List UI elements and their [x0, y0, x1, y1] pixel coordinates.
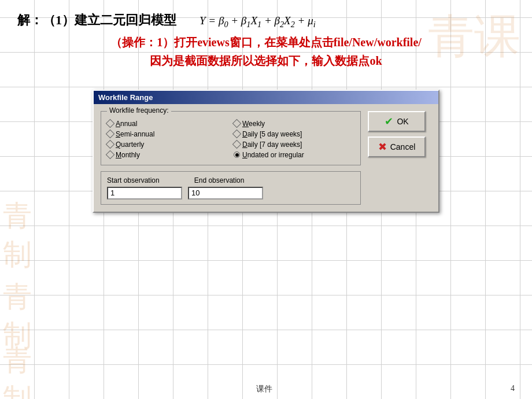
radio-daily7[interactable]: Daily [7 day weeks]: [234, 141, 354, 149]
dialog-right-panel: ✔ OK ✖ Cancel: [368, 111, 431, 205]
watermark-left-bot: 青制: [3, 278, 32, 355]
start-obs-input[interactable]: [107, 187, 182, 200]
explanation-header: 解：（1）建立二元回归模型 Y = β0 + β1X1 + β2X2 + μi: [17, 12, 515, 29]
radio-diamond-daily7: [232, 140, 242, 149]
radio-label-undated: Undated or irregular: [242, 151, 304, 159]
ok-button[interactable]: ✔ OK: [368, 111, 426, 132]
workfile-range-dialog: Workfile Range Workfile frequency: Annua…: [93, 90, 439, 213]
cancel-button[interactable]: ✖ Cancel: [368, 136, 426, 157]
radio-monthly[interactable]: Monthly: [107, 151, 228, 159]
radio-diamond-monthly: [106, 150, 115, 160]
radio-label-semiannual: Semi-annual: [116, 130, 154, 138]
end-obs-input[interactable]: [188, 187, 263, 200]
obs-inputs-row: [107, 187, 354, 200]
radio-annual[interactable]: Annual: [107, 120, 228, 128]
dialog-left-panel: Workfile frequency: Annual Weekly: [101, 111, 361, 205]
ok-label: OK: [397, 117, 408, 126]
dialog-wrapper: Workfile Range Workfile frequency: Annua…: [0, 90, 532, 213]
start-obs-label: Start observation: [107, 176, 160, 184]
ok-checkmark-icon: ✔: [385, 115, 393, 128]
frequency-label: Workfile frequency:: [107, 106, 171, 114]
footer-label: 课件: [256, 384, 272, 394]
radio-diamond-quarterly: [106, 140, 115, 149]
frequency-groupbox: Workfile frequency: Annual Weekly: [101, 111, 361, 165]
cancel-label: Cancel: [390, 142, 416, 152]
radio-semiannual[interactable]: Semi-annual: [107, 130, 228, 138]
radio-diamond-daily5: [232, 130, 242, 139]
explanation-text: 解：（1）建立二元回归模型: [17, 12, 176, 29]
radio-label-daily7: Daily [7 day weeks]: [242, 141, 302, 149]
page-number: 4: [511, 384, 515, 394]
end-obs-label: End observation: [194, 176, 245, 184]
radio-diamond-semiannual: [106, 130, 115, 139]
radio-undated[interactable]: Undated or irregular: [234, 151, 354, 159]
radio-dot-undated: [234, 152, 240, 158]
dialog-body: Workfile frequency: Annual Weekly: [94, 104, 438, 212]
radio-diamond-annual: [106, 119, 115, 128]
obs-labels: Start observation End observation: [107, 176, 354, 184]
frequency-radio-grid: Annual Weekly Semi-annual: [107, 120, 354, 159]
dialog-titlebar: Workfile Range: [94, 91, 438, 104]
instruction-text: （操作：1）打开eviews窗口，在菜单处点击file/New/workfile…: [17, 33, 515, 70]
radio-daily5[interactable]: Daily [5 day weeks]: [234, 130, 354, 138]
radio-label-annual: Annual: [116, 120, 137, 128]
radio-label-monthly: Monthly: [116, 151, 140, 159]
cancel-x-icon: ✖: [378, 141, 387, 153]
radio-label-quarterly: Quarterly: [116, 141, 144, 149]
radio-label-weekly: Weekly: [242, 120, 265, 128]
observation-area: Start observation End observation: [101, 171, 361, 205]
radio-diamond-weekly: [232, 119, 242, 128]
formula: Y = β0 + β1X1 + β2X2 + μi: [200, 14, 316, 29]
footer: 课件 4: [0, 384, 532, 394]
radio-weekly[interactable]: Weekly: [234, 120, 354, 128]
radio-quarterly[interactable]: Quarterly: [107, 141, 228, 149]
radio-label-daily5: Daily [5 day weeks]: [242, 130, 302, 138]
